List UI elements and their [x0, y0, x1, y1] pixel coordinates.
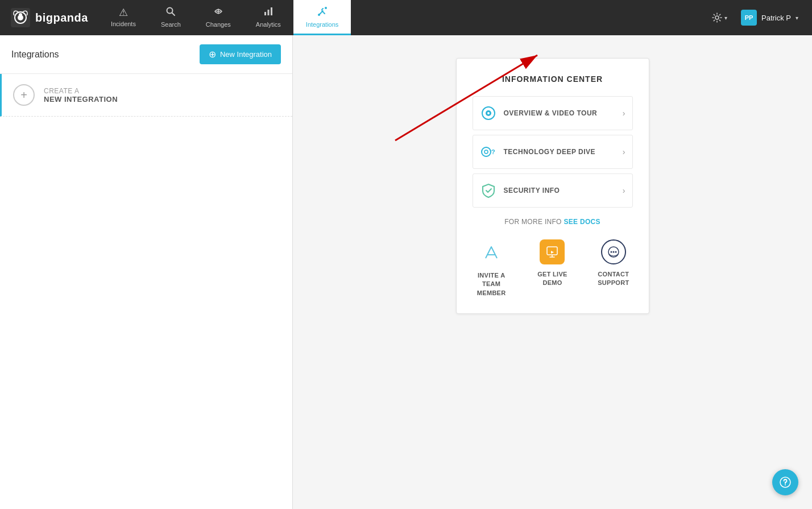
overview-icon [480, 105, 497, 122]
nav-label-integrations: Integrations [306, 21, 338, 28]
create-new-integration-item[interactable]: + CREATE A NEW INTEGRATION [0, 74, 292, 117]
svg-rect-8 [271, 7, 272, 15]
svg-point-27 [785, 485, 786, 486]
nav-item-integrations[interactable]: Integrations [293, 0, 351, 35]
invite-icon [478, 239, 504, 266]
create-text: CREATE A NEW INTEGRATION [44, 87, 118, 104]
nav-item-search[interactable]: Search [148, 0, 193, 35]
info-row-overview-left: OVERVIEW & VIDEO TOUR [480, 105, 598, 122]
svg-point-18 [482, 147, 491, 156]
contact-support-button[interactable]: CONTACT SUPPORT [594, 239, 632, 297]
sidebar-list: + CREATE A NEW INTEGRATION [0, 74, 292, 509]
nav-item-incidents[interactable]: ⚠ Incidents [98, 0, 148, 35]
new-integration-label: New Integration [220, 50, 272, 59]
security-chevron: › [623, 186, 625, 195]
user-menu[interactable]: PP Patrick P ▾ [736, 6, 803, 29]
info-row-security[interactable]: SECURITY INFO › [473, 173, 633, 208]
nav-label-search: Search [161, 21, 181, 28]
brand-name: bigpanda [35, 11, 88, 24]
tech-chevron: › [623, 147, 625, 156]
svg-point-10 [321, 10, 324, 13]
sidebar-title: Integrations [11, 49, 59, 60]
settings-button[interactable]: ▾ [707, 9, 732, 26]
security-label: SECURITY INFO [504, 187, 560, 195]
footer-text: FOR MORE INFO [504, 218, 564, 226]
action-icons: INVITE A TEAM MEMBER GET LIVE DEMO [473, 239, 633, 297]
settings-chevron: ▾ [724, 15, 727, 21]
help-button[interactable] [772, 469, 798, 495]
create-label-top: CREATE A [44, 87, 118, 95]
svg-point-23 [610, 251, 612, 253]
svg-point-25 [615, 251, 616, 253]
svg-point-9 [318, 14, 320, 16]
search-icon [165, 6, 176, 19]
support-label: CONTACT SUPPORT [594, 270, 632, 288]
nav-label-analytics: Analytics [256, 21, 281, 28]
sidebar-header: Integrations ⊕ New Integration [0, 35, 292, 74]
info-row-overview[interactable]: OVERVIEW & VIDEO TOUR › [473, 96, 633, 130]
svg-point-11 [325, 7, 327, 9]
logo[interactable]: bigpanda [0, 0, 98, 35]
nav-item-analytics[interactable]: Analytics [243, 0, 293, 35]
invite-team-member-button[interactable]: INVITE A TEAM MEMBER [473, 239, 511, 297]
security-icon [480, 182, 497, 199]
svg-point-19 [484, 150, 488, 154]
create-label-bottom: NEW INTEGRATION [44, 95, 118, 104]
nav-item-changes[interactable]: Changes [193, 0, 243, 35]
new-integration-button[interactable]: ⊕ New Integration [200, 44, 281, 64]
demo-icon [540, 239, 565, 264]
integrations-icon [317, 6, 328, 19]
nav-label-incidents: Incidents [111, 20, 136, 27]
invite-label: INVITE A TEAM MEMBER [473, 271, 511, 297]
info-center-footer: FOR MORE INFO SEE DOCS [473, 218, 633, 226]
main-layout: Integrations ⊕ New Integration + CREATE … [0, 35, 812, 509]
nav-label-changes: Changes [206, 21, 231, 28]
user-name: Patrick P [761, 14, 791, 22]
demo-label: GET LIVE DEMO [533, 270, 571, 288]
svg-point-3 [19, 13, 22, 16]
sidebar: Integrations ⊕ New Integration + CREATE … [0, 35, 293, 509]
svg-rect-6 [264, 12, 266, 15]
tech-label: TECHNOLOGY DEEP DIVE [504, 148, 596, 156]
information-center: INFORMATION CENTER OVERVIEW & VIDEO TOUR… [456, 58, 649, 314]
support-icon [601, 239, 626, 264]
info-row-security-left: SECURITY INFO [480, 182, 560, 199]
get-live-demo-button[interactable]: GET LIVE DEMO [533, 239, 571, 297]
user-chevron: ▾ [796, 15, 798, 21]
topnav-right: ▾ PP Patrick P ▾ [707, 0, 812, 35]
svg-rect-7 [267, 10, 269, 15]
top-navigation: bigpanda ⚠ Incidents Search Changes Anal… [0, 0, 812, 35]
tech-icon: ? [480, 143, 497, 160]
svg-rect-21 [547, 247, 557, 255]
analytics-icon [263, 6, 274, 19]
changes-icon [213, 6, 223, 19]
plus-circle-icon: ⊕ [209, 49, 216, 60]
svg-point-12 [715, 16, 719, 19]
svg-line-5 [172, 13, 175, 15]
right-panel: INFORMATION CENTER OVERVIEW & VIDEO TOUR… [293, 35, 812, 509]
svg-text:?: ? [491, 148, 495, 155]
info-row-tech[interactable]: ? TECHNOLOGY DEEP DIVE › [473, 135, 633, 169]
info-center-title: INFORMATION CENTER [473, 75, 633, 84]
user-avatar: PP [741, 10, 757, 26]
svg-point-17 [487, 112, 490, 114]
nav-items: ⚠ Incidents Search Changes Analytics I [98, 0, 707, 35]
logo-icon [10, 7, 31, 28]
svg-point-24 [612, 251, 614, 253]
overview-label: OVERVIEW & VIDEO TOUR [504, 109, 598, 117]
incidents-icon: ⚠ [119, 6, 128, 19]
overview-chevron: › [623, 109, 625, 118]
see-docs-link[interactable]: SEE DOCS [564, 218, 600, 226]
info-row-tech-left: ? TECHNOLOGY DEEP DIVE [480, 143, 596, 160]
create-plus-icon: + [13, 84, 35, 106]
